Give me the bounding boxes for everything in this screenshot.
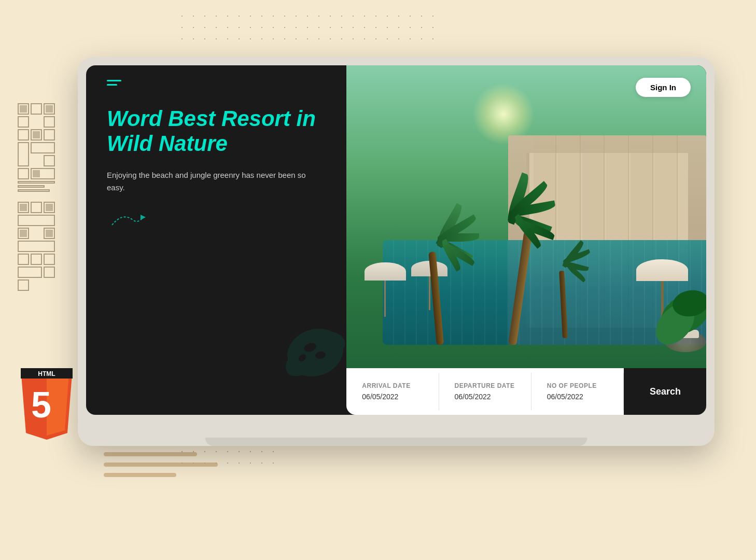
hero-headline: Word Best Resort in Wild Nature: [107, 106, 326, 157]
departure-date-value: 06/05/2022: [455, 393, 515, 401]
menu-line-1: [107, 80, 121, 81]
svg-rect-32: [44, 267, 54, 277]
hamburger-menu-button[interactable]: [107, 80, 121, 86]
search-button[interactable]: Search: [624, 368, 706, 415]
svg-rect-6: [31, 104, 41, 114]
palm-tree-2: [508, 231, 516, 345]
tropical-plants: [654, 272, 706, 352]
svg-rect-13: [18, 143, 29, 166]
arrival-date-field[interactable]: Arrival Date 06/05/2022: [346, 373, 439, 410]
svg-rect-35: [46, 105, 53, 113]
svg-rect-27: [18, 241, 54, 251]
svg-rect-20: [18, 190, 49, 191]
right-panel: Sign In Arrival Date 06/05/2022 Departur…: [346, 65, 706, 415]
people-field[interactable]: No of people 06/05/2022: [531, 373, 624, 410]
background-dots-bottom: [176, 446, 280, 467]
laptop-frame: Word Best Resort in Wild Nature Enjoying…: [78, 57, 715, 446]
svg-rect-22: [31, 202, 41, 213]
arrival-date-label: Arrival Date: [362, 382, 423, 389]
umbrella-1: [365, 262, 406, 317]
departure-date-field[interactable]: Departure Date 06/05/2022: [439, 373, 531, 410]
arrival-date-value: 06/05/2022: [362, 393, 423, 401]
people-value: 06/05/2022: [547, 393, 608, 401]
svg-rect-16: [18, 169, 29, 179]
svg-rect-15: [44, 156, 54, 166]
svg-rect-38: [20, 204, 27, 211]
svg-rect-39: [46, 204, 53, 211]
svg-rect-31: [18, 267, 41, 277]
svg-rect-8: [18, 117, 29, 127]
geometric-pattern: [16, 101, 62, 300]
svg-marker-42: [141, 215, 146, 220]
signin-button[interactable]: Sign In: [636, 78, 691, 97]
svg-rect-18: [18, 181, 54, 183]
left-panel: Word Best Resort in Wild Nature Enjoying…: [86, 65, 346, 415]
svg-text:HTML: HTML: [38, 370, 55, 377]
hero-subtext: Enjoying the beach and jungle greenry ha…: [107, 169, 326, 194]
palm-tree-1: [437, 251, 444, 345]
svg-rect-36: [33, 131, 40, 138]
svg-rect-41: [46, 230, 53, 237]
svg-rect-9: [44, 117, 54, 127]
svg-rect-10: [18, 130, 29, 140]
svg-rect-30: [44, 254, 54, 264]
svg-rect-40: [20, 230, 27, 237]
deco-line-3: [104, 473, 176, 477]
svg-rect-19: [18, 186, 44, 187]
departure-date-label: Departure Date: [455, 382, 515, 389]
laptop-screen: Word Best Resort in Wild Nature Enjoying…: [86, 65, 706, 415]
laptop-wrapper: Word Best Resort in Wild Nature Enjoying…: [78, 57, 715, 446]
menu-line-2: [107, 84, 117, 86]
svg-text:5: 5: [31, 385, 51, 425]
svg-rect-28: [18, 254, 29, 264]
svg-rect-12: [44, 130, 54, 140]
svg-rect-34: [20, 105, 27, 113]
svg-rect-24: [18, 215, 54, 226]
svg-rect-33: [18, 280, 29, 290]
html5-badge: 5 HTML: [16, 368, 78, 451]
search-bar: Arrival Date 06/05/2022 Departure Date 0…: [346, 368, 706, 415]
palm-tree-3: [563, 271, 568, 338]
people-label: No of people: [547, 382, 608, 389]
svg-rect-37: [33, 170, 40, 177]
monstera-decoration: [279, 321, 346, 384]
laptop-base: [205, 438, 587, 446]
svg-rect-14: [31, 143, 54, 153]
svg-rect-29: [31, 254, 41, 264]
deco-arrow: [107, 209, 326, 233]
resort-photo: Sign In: [346, 65, 706, 415]
background-dots-top: [176, 10, 436, 41]
